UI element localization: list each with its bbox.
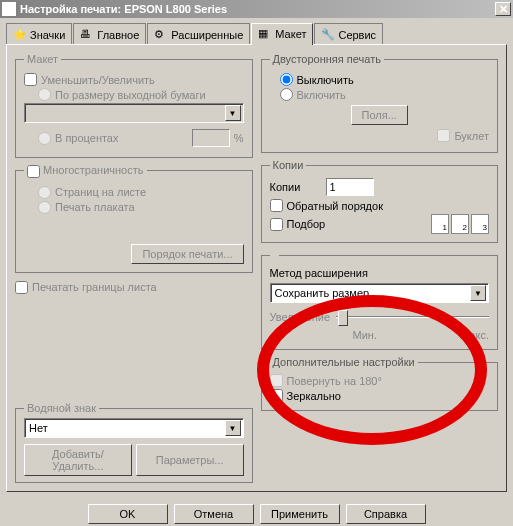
output-size-combo[interactable]: ▼ [24, 103, 244, 123]
pages-per-sheet-label: Страниц на листе [55, 186, 146, 198]
multipage-fieldset: Многостраничность Страниц на листе Печат… [15, 164, 253, 273]
mirror-checkbox[interactable] [270, 389, 283, 402]
help-button[interactable]: Справка [346, 504, 426, 524]
watermark-legend: Водяной знак [24, 402, 99, 414]
booklet-label: Буклет [454, 130, 489, 142]
multipage-legend: Многостраничность [24, 164, 147, 178]
tab-label: Значки [30, 29, 65, 41]
print-borders-label: Печатать границы листа [32, 281, 157, 293]
tab-main[interactable]: 🖶Главное [73, 23, 146, 45]
fit-output-radio[interactable] [38, 88, 51, 101]
layout-icon: ▦ [258, 27, 272, 41]
left-column: Макет Уменьшить/Увеличить По размеру вых… [15, 53, 253, 483]
duplex-off-radio[interactable] [280, 73, 293, 86]
watermark-fieldset: Водяной знак Нет▼ Добавить/Удалить... Па… [15, 402, 253, 483]
right-column: Двусторонняя печать Выключить Включить П… [261, 53, 499, 483]
extra-fieldset: Дополнительные настройки Повернуть на 18… [261, 356, 499, 411]
copies-legend: Копии [270, 159, 307, 171]
method-value: Сохранить размер [273, 287, 471, 299]
copies-fieldset: Копии Копии1 Обратный порядок Подбор 1 2… [261, 159, 499, 243]
duplex-on-radio[interactable] [280, 88, 293, 101]
printer-icon: 🖶 [80, 28, 94, 42]
close-button[interactable]: ✕ [495, 2, 511, 16]
poster-radio[interactable] [38, 201, 51, 214]
watermark-value: Нет [27, 422, 225, 434]
slider-max-label: Макс. [460, 329, 489, 341]
pages-per-sheet-radio[interactable] [38, 186, 51, 199]
collate-icons: 1 2 3 [431, 214, 489, 234]
tab-label: Сервис [338, 29, 376, 41]
percent-unit: % [234, 132, 244, 144]
copies-label: Копии [270, 181, 320, 193]
tab-advanced[interactable]: ⚙Расширенные [147, 23, 250, 45]
empty-legend [270, 249, 279, 261]
page-icon: 3 [471, 214, 489, 234]
gear-icon: ⚙ [154, 28, 168, 42]
duplex-off-label: Выключить [297, 74, 354, 86]
slider-min-label: Мин. [353, 329, 377, 341]
page-icon: 2 [451, 214, 469, 234]
tab-layout[interactable]: ▦Макет [251, 23, 313, 45]
mirror-label: Зеркально [287, 390, 341, 402]
tab-label: Макет [275, 28, 306, 40]
duplex-legend: Двусторонняя печать [270, 53, 384, 65]
chevron-down-icon: ▼ [225, 105, 241, 121]
ok-button[interactable]: OK [88, 504, 168, 524]
reduce-enlarge-checkbox[interactable] [24, 73, 37, 86]
enlarge-label: Увеличение [270, 311, 331, 323]
percent-radio[interactable] [38, 132, 51, 145]
chevron-down-icon: ▼ [225, 420, 241, 436]
print-borders-checkbox[interactable] [15, 281, 28, 294]
watermark-combo[interactable]: Нет▼ [24, 418, 244, 438]
duplex-fieldset: Двусторонняя печать Выключить Включить П… [261, 53, 499, 153]
collate-checkbox[interactable] [270, 218, 283, 231]
wrench-icon: 🔧 [321, 28, 335, 42]
tab-bar: ⭐Значки 🖶Главное ⚙Расширенные ▦Макет 🔧Се… [6, 22, 507, 44]
percent-input[interactable] [192, 129, 230, 147]
collate-label: Подбор [287, 218, 326, 230]
tab-service[interactable]: 🔧Сервис [314, 23, 383, 45]
rotate180-label: Повернуть на 180° [287, 375, 382, 387]
reverse-order-checkbox[interactable] [270, 199, 283, 212]
duplex-on-label: Включить [297, 89, 346, 101]
booklet-checkbox[interactable] [437, 129, 450, 142]
print-order-button[interactable]: Порядок печати... [131, 244, 243, 264]
layout-fieldset: Макет Уменьшить/Увеличить По размеру вых… [15, 53, 253, 158]
tab-label: Расширенные [171, 29, 243, 41]
method-combo[interactable]: Сохранить размер▼ [270, 283, 490, 303]
method-label: Метод расширения [270, 267, 490, 279]
add-remove-button[interactable]: Добавить/Удалить... [24, 444, 132, 476]
titlebar: 🖶 Настройка печати: EPSON L800 Series ✕ [0, 0, 513, 18]
multipage-checkbox[interactable] [27, 165, 40, 178]
layout-legend: Макет [24, 53, 61, 65]
cancel-button[interactable]: Отмена [174, 504, 254, 524]
fit-output-label: По размеру выходной бумаги [55, 89, 206, 101]
chevron-down-icon: ▼ [470, 285, 486, 301]
tab-label: Главное [97, 29, 139, 41]
window-title: Настройка печати: EPSON L800 Series [20, 3, 495, 15]
page-icon: 1 [431, 214, 449, 234]
apply-button[interactable]: Применить [260, 504, 340, 524]
app-icon: 🖶 [2, 2, 16, 16]
rotate180-checkbox[interactable] [270, 374, 283, 387]
margins-button[interactable]: Поля... [351, 105, 408, 125]
expansion-fieldset: Метод расширения Сохранить размер▼ Увели… [261, 249, 499, 350]
star-icon: ⭐ [13, 28, 27, 42]
tab-icons[interactable]: ⭐Значки [6, 23, 72, 45]
reduce-enlarge-label: Уменьшить/Увеличить [41, 74, 155, 86]
poster-label: Печать плаката [55, 201, 135, 213]
enlarge-slider[interactable] [336, 307, 489, 327]
params-button[interactable]: Параметры... [136, 444, 244, 476]
main-panel: Макет Уменьшить/Увеличить По размеру вых… [6, 44, 507, 492]
dialog-buttons: OK Отмена Применить Справка [0, 498, 513, 526]
reverse-order-label: Обратный порядок [287, 200, 383, 212]
copies-input[interactable]: 1 [326, 178, 374, 196]
extra-legend: Дополнительные настройки [270, 356, 418, 368]
percent-label: В процентах [55, 132, 119, 144]
